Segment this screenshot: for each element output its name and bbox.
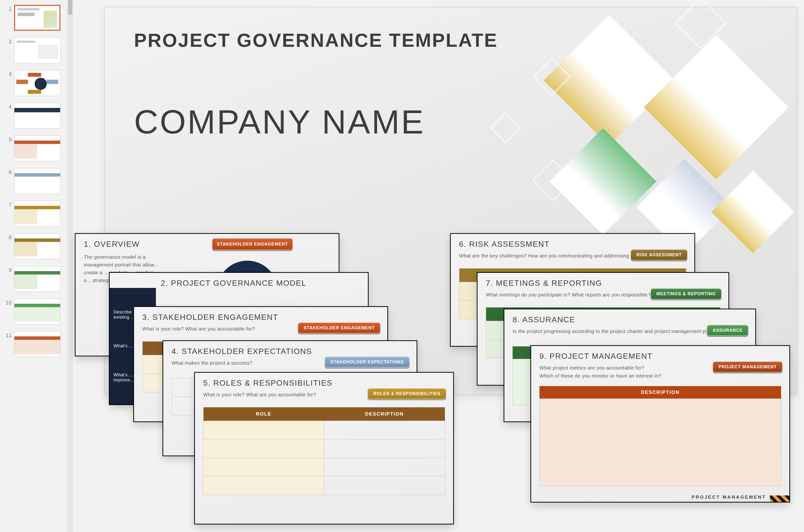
col-role: ROLE [203, 407, 324, 421]
table-row[interactable] [203, 476, 445, 495]
card-heading: 9. PROJECT MANAGEMENT [539, 352, 781, 361]
slide-number: 1 [5, 5, 12, 12]
slide-number: 6 [5, 168, 12, 175]
meetings-chip[interactable]: MEETINGS & REPORTING [651, 288, 722, 299]
app-root: 1 2 3 4 5 6 7 8 9 10 11 [0, 0, 804, 532]
stakeholder-engagement-chip[interactable]: STAKEHOLDER ENGAGEMENT [212, 238, 293, 250]
table-row[interactable] [203, 439, 445, 458]
slide-thumbnail-7[interactable] [14, 201, 60, 227]
slide-thumbnail-11[interactable] [14, 331, 60, 357]
slide-thumbnail-2[interactable] [14, 38, 60, 63]
table-row[interactable] [203, 458, 445, 476]
assurance-chip[interactable]: ASSURANCE [707, 325, 748, 336]
stakeholder-expectations-chip[interactable]: STAKEHOLDER EXPECTATIONS [324, 357, 410, 367]
scroll-thumb[interactable] [68, 0, 72, 15]
card-heading: 1. OVERVIEW [84, 240, 330, 249]
slide-number: 4 [5, 103, 12, 110]
slide-number: 11 [5, 331, 12, 339]
slide-number: 2 [5, 38, 12, 45]
slide-number: 9 [5, 266, 12, 273]
card-heading: 4. STAKEHOLDER EXPECTATIONS [171, 347, 408, 356]
slide-thumbnail-1[interactable] [14, 5, 60, 31]
hazard-stripe-icon [770, 495, 789, 502]
slide-thumbnail-10[interactable] [14, 299, 60, 324]
diamond-icon [644, 35, 789, 179]
card-hint: Which of these do you monitor or have an… [539, 373, 781, 379]
slide-thumbnail-4[interactable] [14, 103, 60, 129]
slide-thumbnail-5[interactable] [14, 135, 60, 161]
slide-thumbnail-9[interactable] [14, 266, 60, 292]
roles-table[interactable]: ROLE DESCRIPTION [203, 407, 445, 495]
slide-thumbnail-6[interactable] [14, 168, 60, 194]
risk-chip[interactable]: RISK ASSESSMENT [631, 249, 688, 260]
slide-thumbnail-3[interactable] [14, 70, 60, 96]
description-heading: DESCRIPTION [539, 386, 781, 399]
editor-canvas[interactable]: PROJECT GOVERNANCE TEMPLATE COMPANY NAME… [73, 0, 804, 532]
slide-number: 8 [5, 233, 12, 241]
card-footer-label: PROJECT MANAGEMENT [692, 494, 766, 500]
card-heading: 2. PROJECT GOVERNANCE MODEL [161, 279, 360, 288]
card-heading: 5. ROLES & RESPONSIBILITIES [203, 379, 445, 387]
slide-number: 7 [5, 201, 12, 208]
col-description: DESCRIPTION [324, 407, 445, 421]
slide-number: 3 [5, 70, 12, 77]
card-heading: 7. MEETINGS & REPORTING [486, 279, 720, 288]
slide-number: 10 [5, 299, 12, 306]
slide-panel: 1 2 3 4 5 6 7 8 9 10 11 [0, 0, 73, 532]
slide-scrollbar[interactable] [67, 0, 73, 532]
project-management-chip[interactable]: PROJECT MANAGEMENT [713, 361, 783, 373]
slide-thumbnail-8[interactable] [14, 233, 60, 259]
roles-chip[interactable]: ROLES & RESPONSIBILITIES [368, 388, 446, 399]
card-heading: 3. STAKEHOLDER ENGAGEMENT [142, 313, 379, 322]
card-project-management[interactable]: 9. PROJECT MANAGEMENT What project metri… [531, 346, 789, 502]
slide-title[interactable]: PROJECT GOVERNANCE TEMPLATE [134, 29, 767, 51]
card-roles[interactable]: 5. ROLES & RESPONSIBILITIES What is your… [195, 373, 453, 524]
description-body[interactable] [539, 399, 781, 486]
card-heading: 8. ASSURANCE [512, 315, 747, 324]
table-row[interactable] [203, 421, 445, 439]
slide-number: 5 [5, 135, 12, 143]
card-heading: 6. RISK ASSESSMENT [459, 240, 686, 249]
stakeholder-engagement-chip[interactable]: STAKEHOLDER ENGAGEMENT [298, 323, 380, 334]
